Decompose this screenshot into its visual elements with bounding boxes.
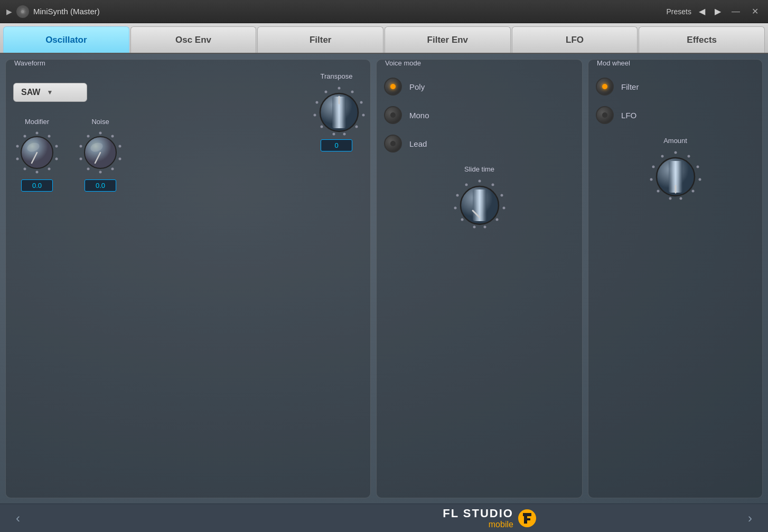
amount-knob-section: Amount (596, 137, 755, 206)
svg-point-46 (483, 226, 486, 229)
bottom-bar: ‹ FL STUDIO mobile › (0, 504, 768, 532)
waveform-top-row: SAW ▼ Modifier (13, 78, 363, 192)
tab-bar: Oscillator Osc Env Filter Filter Env LFO… (0, 23, 768, 54)
slide-time-knob-section: Slide time (384, 165, 575, 234)
svg-point-1 (36, 132, 39, 135)
slide-time-label: Slide time (464, 165, 494, 173)
modifier-label: Modifier (25, 118, 49, 126)
transpose-label: Transpose (321, 72, 353, 80)
svg-point-31 (355, 126, 358, 128)
fl-studio-text: FL STUDIO (443, 507, 513, 520)
title-bar-left: ▶ MiniSynth (Master) (6, 5, 667, 18)
preset-prev-icon[interactable]: ◀ (697, 5, 707, 17)
svg-point-60 (679, 197, 682, 200)
svg-point-55 (674, 151, 677, 154)
tab-osc-env[interactable]: Osc Env (130, 26, 257, 53)
knobs-row: Modifier (13, 118, 294, 192)
svg-point-19 (99, 171, 102, 174)
svg-point-32 (343, 133, 346, 136)
preset-next-icon[interactable]: ▶ (713, 5, 723, 17)
close-button[interactable]: ✕ (748, 5, 762, 17)
svg-point-41 (478, 180, 481, 183)
svg-point-10 (24, 135, 26, 138)
tab-effects[interactable]: Effects (639, 26, 765, 53)
svg-point-64 (652, 166, 654, 168)
waveform-value: SAW (21, 88, 40, 97)
slide-time-section: Slide time (384, 165, 575, 234)
minimize-button[interactable]: — (728, 6, 743, 17)
lfo-label: LFO (621, 111, 636, 120)
tab-lfo[interactable]: LFO (512, 26, 638, 53)
svg-point-8 (16, 158, 19, 160)
tab-filter[interactable]: Filter (257, 26, 383, 53)
transpose-knob[interactable] (310, 83, 363, 136)
noise-value[interactable]: 0.0 (85, 179, 116, 192)
modifier-knob[interactable] (13, 129, 61, 176)
svg-point-2 (48, 135, 51, 138)
poly-radio-button[interactable] (384, 78, 402, 96)
dropdown-row: SAW ▼ (13, 83, 294, 102)
app-title: MiniSynth (Master) (33, 7, 100, 16)
main-content: Waveform SAW ▼ Modifier (0, 54, 768, 504)
lfo-radio-button[interactable] (596, 106, 614, 124)
svg-point-37 (325, 91, 327, 93)
dropdown-arrow-icon: ▼ (46, 89, 53, 96)
svg-point-5 (48, 168, 51, 170)
amount-label: Amount (663, 137, 687, 145)
svg-point-23 (87, 135, 90, 138)
expand-arrow-icon[interactable]: ▶ (6, 7, 12, 16)
next-page-icon[interactable]: › (748, 511, 752, 526)
mod-wheel-label: Mod wheel (597, 59, 630, 67)
lead-label: Lead (409, 139, 427, 148)
mod-wheel-panel: Mod wheel Filter LFO Amount (588, 59, 763, 498)
svg-point-49 (454, 207, 456, 210)
tab-filter-env[interactable]: Filter Env (385, 26, 511, 53)
mono-label: Mono (409, 111, 429, 120)
svg-point-43 (500, 194, 503, 197)
gear-icon[interactable] (16, 5, 29, 18)
filter-radio-row: Filter (596, 78, 755, 96)
noise-label: Noise (91, 118, 109, 126)
svg-point-30 (362, 114, 365, 117)
modifier-section: Modifier (13, 118, 61, 192)
svg-point-17 (119, 158, 121, 160)
svg-point-58 (698, 178, 701, 181)
noise-knob[interactable] (77, 129, 124, 176)
svg-point-27 (338, 87, 341, 90)
amount-knob[interactable] (647, 148, 705, 206)
svg-point-20 (87, 168, 90, 170)
svg-point-35 (314, 114, 316, 117)
fl-logo-icon (518, 509, 537, 528)
svg-point-57 (696, 166, 699, 168)
waveform-dropdown[interactable]: SAW ▼ (13, 83, 87, 102)
panels-row: Waveform SAW ▼ Modifier (5, 59, 763, 498)
svg-point-22 (80, 145, 82, 148)
amount-section: Amount (596, 137, 755, 206)
mono-radio-button[interactable] (384, 106, 402, 124)
svg-point-14 (99, 132, 102, 135)
svg-point-6 (36, 171, 39, 174)
poly-radio-row: Poly (384, 78, 575, 96)
title-bar-right: Presets ◀ ▶ — ✕ (667, 5, 762, 17)
slide-time-knob[interactable] (451, 176, 509, 234)
prev-page-icon[interactable]: ‹ (16, 511, 20, 526)
svg-point-59 (691, 190, 694, 193)
svg-point-48 (461, 218, 463, 221)
svg-point-7 (24, 168, 26, 170)
transpose-section: Transpose (310, 72, 363, 151)
filter-radio-button[interactable] (596, 78, 614, 96)
noise-section: Noise (77, 118, 124, 192)
svg-point-65 (661, 155, 663, 158)
lead-radio-button[interactable] (384, 135, 402, 153)
title-bar: ▶ MiniSynth (Master) Presets ◀ ▶ — ✕ (0, 0, 768, 23)
svg-point-45 (495, 218, 498, 221)
tab-oscillator[interactable]: Oscillator (3, 26, 129, 53)
svg-point-51 (465, 184, 467, 186)
filter-label: Filter (621, 82, 639, 91)
lead-radio-row: Lead (384, 135, 575, 153)
modifier-value[interactable]: 0.0 (21, 179, 53, 192)
waveform-panel-label: Waveform (14, 59, 45, 67)
svg-point-56 (687, 155, 690, 158)
poly-label: Poly (409, 82, 425, 91)
svg-point-21 (80, 158, 82, 160)
